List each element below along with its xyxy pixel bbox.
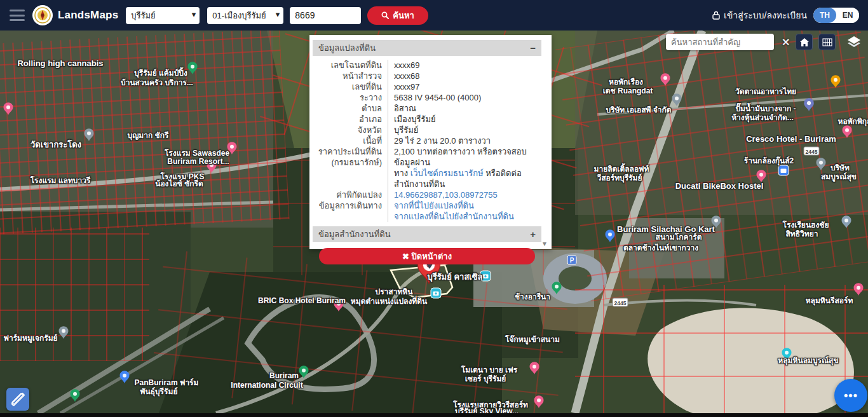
map-label[interactable]: วัดเขากระโดง	[31, 138, 81, 151]
close-window-button[interactable]: ✖ ปิดหน้าต่าง	[319, 248, 535, 264]
price-value: 2,100 บาทต่อตารางวา หรือตรวจสอบข้อมูลผ่า…	[388, 146, 541, 189]
map-label[interactable]: BRIC Box Hotel Buriram	[258, 296, 346, 305]
route-to-parcel-link[interactable]: จากที่นี่ไปยังแปลงที่ดิน	[394, 201, 474, 210]
map-label[interactable]: ฟาร์มหมูเจกรัมย์	[3, 332, 57, 344]
map-label[interactable]: พันธุ์บุรีรัมย์	[140, 385, 178, 397]
map-label[interactable]: ตลาดช้างไนท์เขากวาง	[623, 242, 698, 254]
map-label[interactable]: เดช Ruangdat	[603, 85, 653, 97]
svg-text:2445: 2445	[806, 149, 818, 155]
row-label: ตำบล	[313, 103, 388, 114]
parcel-info-header[interactable]: ข้อมูลแปลงที่ดิน −	[313, 40, 541, 56]
map-label[interactable]: International Circuit	[231, 381, 302, 390]
landsmaps-app: LandsMaps บุรีรัมย์ 01-เมืองบุรีรัมย์ ค้…	[0, 0, 868, 417]
lock-icon	[712, 11, 720, 20]
map-label[interactable]: Rolling high cannabis	[17, 58, 103, 68]
scroll-down-arrow[interactable]: ▼	[541, 240, 548, 247]
clear-search-icon[interactable]: ✕	[782, 36, 790, 48]
grid-button[interactable]	[818, 34, 836, 50]
row-value: อิสาณ	[388, 103, 541, 114]
info-row: ตำบลอิสาณ	[313, 103, 541, 114]
search-button-label: ค้นหา	[393, 9, 414, 22]
info-row: เนื้อที่29 ไร่ 2 งาน 20.0 ตารางวา	[313, 135, 541, 146]
photo-spot-icon[interactable]	[431, 288, 441, 298]
map-search-toolbar: ✕	[666, 34, 864, 50]
map-label[interactable]: น้องไอซ์ ซักรีด	[155, 177, 203, 189]
map-label[interactable]: ช้างอารีนา	[515, 291, 550, 303]
treasury-website-link[interactable]: เว็บไซต์กรมธนารักษ์	[410, 168, 484, 178]
row-label: จังหวัด	[313, 125, 388, 135]
map-label[interactable]: ร้านกล้องกุ๊นส์2	[744, 154, 794, 167]
map-label[interactable]: Cresco Hotel - Buriram	[746, 134, 836, 144]
parcel-number-input[interactable]	[290, 7, 361, 24]
measure-tools-button[interactable]	[6, 388, 29, 411]
map-label[interactable]: บุญมาก ชักรี	[128, 129, 169, 141]
svg-text:P: P	[570, 257, 574, 264]
row-value: xxxx97	[388, 81, 541, 92]
map-label[interactable]: วีสอร์ทบุรีรัมย์	[597, 172, 642, 184]
menu-icon[interactable]	[10, 10, 25, 21]
map-label[interactable]: บุรีรัมย์ Sky View...	[455, 405, 519, 414]
home-button[interactable]	[796, 34, 813, 50]
login-register-label: เข้าสู่ระบบ/ลงทะเบียน	[724, 8, 807, 22]
info-row: หน้าสำรวจxxxx68	[313, 71, 541, 81]
department-of-lands-logo	[32, 5, 53, 25]
map-label[interactable]: Buriram	[269, 371, 299, 380]
info-row: ระวาง5638 IV 9454-00 (4000)	[313, 92, 541, 103]
row-label: เลขที่ดิน	[313, 81, 388, 92]
logo-emblem	[34, 7, 51, 24]
price-label: ราคาประเมินที่ดิน(กรมธนารักษ์)	[313, 146, 388, 189]
amphoe-select-wrap: 01-เมืองบุรีรัมย์	[207, 7, 283, 24]
map-label[interactable]: หลุมหินรีสอร์ท	[806, 294, 853, 306]
map-label[interactable]: หอพักพิกุล	[838, 115, 868, 127]
map-label[interactable]: สิทธิวิทยา	[786, 228, 818, 240]
more-options-button[interactable]: •••	[834, 379, 867, 412]
map-label[interactable]: บริษัท เอเอสพี จำกัด	[606, 104, 671, 116]
travel-links: จากที่นี่ไปยังแปลงที่ดิน จากแปลงที่ดินไป…	[388, 200, 541, 222]
coordinates-link[interactable]: 14.96629887,103.08972755	[394, 190, 498, 200]
satellite-map[interactable]: 2445 2445	[0, 31, 868, 413]
navbar-right: เข้าสู่ระบบ/ลงทะเบียน TH EN	[712, 8, 859, 23]
row-value: xxxx68	[388, 71, 541, 81]
map-label[interactable]: ห้างหุ้นส่วนจำกัด...	[731, 111, 794, 123]
coord-label: ค่าพิกัดแปลง	[313, 189, 388, 200]
row-label: หน้าสำรวจ	[313, 71, 388, 81]
route-shield: 2445	[613, 298, 628, 306]
info-row-coordinates: ค่าพิกัดแปลง 14.96629887,103.08972755	[313, 189, 541, 200]
map-label[interactable]: หมุดตำแหน่งแปลงที่ดิน	[351, 295, 427, 307]
province-select[interactable]: บุรีรัมย์	[126, 7, 200, 24]
row-label: ระวาง	[313, 92, 388, 103]
map-label[interactable]: หลุมหินลมบูรณ์สุข	[778, 354, 838, 366]
lang-th-button[interactable]: TH	[813, 8, 836, 23]
route-to-office-link[interactable]: จากแปลงที่ดินไปยังสำนักงานที่ดิน	[394, 212, 514, 221]
lang-en-button[interactable]: EN	[836, 8, 859, 23]
map-label[interactable]: เซอร์ บุรีรัมย์	[465, 373, 506, 385]
map-label[interactable]: บ้านสวนครัว บริการ...	[121, 76, 193, 88]
row-label: เนื้อที่	[313, 135, 388, 146]
land-office-title: ข้อมูลสำนักงานที่ดิน	[318, 228, 530, 241]
layers-button[interactable]	[844, 34, 864, 50]
row-value: xxxx69	[388, 60, 541, 71]
search-button[interactable]: ค้นหา	[367, 6, 428, 25]
land-office-header[interactable]: ข้อมูลสำนักงานที่ดิน +	[313, 226, 541, 242]
amphoe-select[interactable]: 01-เมืองบุรีรัมย์	[207, 7, 283, 24]
map-label[interactable]: บุรีรัมย์ คาสเซิล	[427, 270, 482, 284]
expand-icon[interactable]: +	[530, 229, 536, 239]
grid-icon	[822, 38, 832, 46]
home-icon	[799, 38, 810, 47]
map-label[interactable]: Buriram Resort...	[167, 157, 229, 166]
row-value: 5638 IV 9454-00 (4000)	[388, 92, 541, 103]
map-attribution-bar	[0, 413, 868, 417]
shop-icon[interactable]	[778, 165, 789, 175]
map-label[interactable]: โจ๊กหมูเข้าสนาม	[505, 333, 560, 345]
route-shield: 2445	[804, 147, 819, 155]
parking-icon[interactable]: P	[567, 256, 576, 264]
map-label[interactable]: วัดตาณอาหารไทย	[735, 85, 796, 97]
map-label[interactable]: Ducati BikeBox Hostel	[675, 181, 764, 191]
map-label[interactable]: สมบูรณ์สุข	[821, 170, 857, 182]
login-register-link[interactable]: เข้าสู่ระบบ/ลงทะเบียน	[712, 8, 807, 22]
collapse-icon[interactable]: −	[530, 43, 536, 53]
measure-tools-icon	[11, 392, 25, 406]
place-search-input[interactable]	[666, 34, 774, 50]
map-label[interactable]: โรงแรม แลทบาวรี	[31, 174, 91, 186]
svg-text:2445: 2445	[614, 300, 627, 306]
